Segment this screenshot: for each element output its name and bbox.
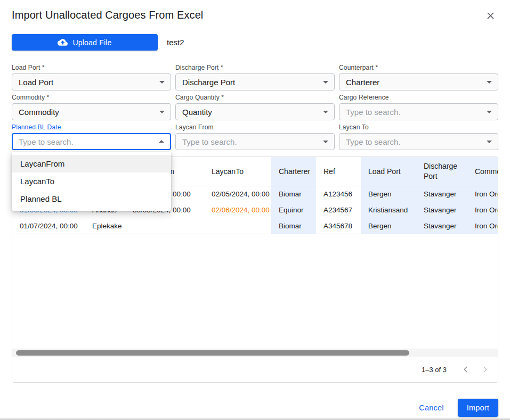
scrollbar-thumb[interactable] bbox=[16, 350, 409, 356]
table-cell: A123456 bbox=[316, 186, 361, 202]
menu-item-laycanto[interactable]: LaycanTo bbox=[12, 172, 171, 190]
uploaded-file-name: test2 bbox=[167, 38, 184, 47]
upload-file-label: Upload File bbox=[72, 38, 111, 47]
dialog-actions: Cancel Import bbox=[12, 399, 498, 417]
cargo-quantity-select[interactable]: Quantity bbox=[175, 103, 335, 120]
column-header-charterer[interactable]: Charterer bbox=[271, 157, 316, 186]
cargo-reference-input[interactable] bbox=[346, 108, 482, 117]
pagination-range-label: 1–3 of 3 bbox=[422, 366, 447, 374]
table-cell bbox=[125, 218, 204, 234]
counterpart-select[interactable]: Charterer bbox=[339, 73, 498, 90]
selected-value: Commodity bbox=[19, 108, 59, 117]
table-cell: Stavanger bbox=[416, 202, 467, 218]
table-cell: A234567 bbox=[316, 202, 361, 218]
table-row: 01/07/2024, 00:00 Eplekake Biomar A34567… bbox=[12, 218, 498, 234]
field-label: Load Port * bbox=[12, 64, 171, 71]
close-icon bbox=[485, 15, 496, 23]
chevron-up-icon bbox=[159, 140, 164, 143]
field-laycan-from: Laycan From bbox=[175, 123, 335, 150]
table-cell: Biomar bbox=[271, 186, 316, 202]
laycan-from-input[interactable] bbox=[182, 137, 318, 146]
dialog-header: Import Unallocated Cargoes From Excel bbox=[0, 0, 510, 24]
table-cell: 02/05/2024, 00:00 bbox=[204, 186, 271, 202]
column-header-ref[interactable]: Ref bbox=[316, 157, 361, 186]
selected-value: Load Port bbox=[19, 78, 53, 87]
chevron-down-icon bbox=[487, 111, 492, 113]
laycan-to-combobox[interactable] bbox=[339, 133, 498, 150]
field-planned-bl-date: Planned BL Date LaycanFrom LaycanTo Plan… bbox=[12, 123, 171, 150]
selected-value: Quantity bbox=[182, 108, 212, 117]
planned-bl-date-combobox[interactable] bbox=[12, 133, 171, 150]
upload-file-button[interactable]: Upload File bbox=[12, 34, 158, 51]
table-cell: Biomar bbox=[271, 218, 316, 234]
chevron-down-icon bbox=[487, 141, 492, 143]
previous-page-button[interactable] bbox=[456, 360, 475, 379]
field-cargo-reference: Cargo Reference bbox=[339, 94, 498, 120]
table-cell: Bergen bbox=[361, 218, 416, 234]
field-label: Commodity * bbox=[12, 94, 171, 101]
commodity-select[interactable]: Commodity bbox=[12, 103, 171, 120]
table-cell: Iron Ore bbox=[467, 202, 498, 218]
chevron-right-icon bbox=[479, 364, 491, 375]
table-cell: Iron Ore bbox=[467, 218, 498, 234]
horizontal-scrollbar[interactable] bbox=[12, 349, 498, 357]
field-load-port: Load Port * Load Port bbox=[12, 64, 171, 90]
discharge-port-select[interactable]: Discharge Port bbox=[175, 73, 335, 90]
selected-value: Discharge Port bbox=[182, 78, 235, 87]
field-counterpart: Counterpart * Charterer bbox=[339, 64, 498, 90]
field-label: Counterpart * bbox=[339, 64, 498, 71]
close-button[interactable] bbox=[484, 9, 497, 24]
column-header-load-port[interactable]: Load Port bbox=[361, 157, 416, 186]
import-button[interactable]: Import bbox=[458, 399, 498, 417]
field-cargo-quantity: Cargo Quantity * Quantity bbox=[175, 94, 335, 120]
import-cargoes-dialog: Import Unallocated Cargoes From Excel Up… bbox=[0, 0, 510, 420]
chevron-down-icon bbox=[159, 111, 165, 113]
field-label: Cargo Quantity * bbox=[175, 94, 335, 101]
grid-pagination: 1–3 of 3 bbox=[12, 357, 498, 382]
page-title: Import Unallocated Cargoes From Excel bbox=[12, 9, 203, 21]
table-cell: Equinor bbox=[271, 202, 316, 218]
chevron-down-icon bbox=[323, 111, 328, 113]
column-header-commodity[interactable]: Commodity bbox=[467, 157, 498, 186]
load-port-select[interactable]: Load Port bbox=[12, 73, 171, 90]
table-cell: Kristiansand bbox=[361, 202, 416, 218]
table-cell: Stavanger bbox=[416, 186, 467, 202]
table-cell: Bergen bbox=[361, 186, 416, 202]
field-commodity: Commodity * Commodity bbox=[12, 94, 171, 120]
table-cell: A345678 bbox=[316, 218, 361, 234]
chevron-down-icon bbox=[323, 141, 328, 143]
chevron-down-icon bbox=[323, 81, 328, 84]
selected-value: Charterer bbox=[346, 78, 379, 87]
field-label: Laycan To bbox=[339, 123, 498, 131]
laycan-to-input[interactable] bbox=[346, 137, 482, 146]
table-cell bbox=[204, 218, 271, 234]
field-laycan-to: Laycan To bbox=[339, 123, 498, 150]
upload-row: Upload File test2 bbox=[12, 34, 498, 51]
column-options-menu: LaycanFrom LaycanTo Planned BL bbox=[12, 152, 171, 211]
field-label: Cargo Reference bbox=[339, 94, 498, 101]
chevron-down-icon bbox=[159, 81, 165, 84]
menu-item-planned-bl[interactable]: Planned BL bbox=[12, 190, 171, 208]
table-cell: 01/07/2024, 00:00 bbox=[12, 218, 85, 234]
mapping-form: Load Port * Load Port Discharge Port * D… bbox=[12, 64, 498, 150]
cargo-reference-combobox[interactable] bbox=[339, 103, 498, 120]
table-cell: 02/06/2024, 00:00 bbox=[204, 202, 271, 218]
field-label: Discharge Port * bbox=[175, 64, 335, 71]
next-page-button[interactable] bbox=[475, 360, 495, 379]
chevron-down-icon bbox=[487, 81, 492, 84]
chevron-left-icon bbox=[460, 364, 472, 375]
column-header-discharge-port[interactable]: Discharge Port bbox=[416, 157, 467, 186]
table-cell: Stavanger bbox=[416, 218, 467, 234]
field-label: Laycan From bbox=[175, 123, 335, 131]
planned-bl-date-input[interactable] bbox=[19, 137, 154, 146]
table-cell: Iron Ore bbox=[467, 186, 498, 202]
column-header-laycanto[interactable]: LaycanTo bbox=[204, 157, 271, 186]
dialog-bottom-shadow bbox=[0, 417, 510, 420]
table-cell: Eplekake bbox=[85, 218, 125, 234]
field-discharge-port: Discharge Port * Discharge Port bbox=[175, 64, 335, 90]
cancel-button[interactable]: Cancel bbox=[417, 400, 446, 415]
menu-item-laycanfrom[interactable]: LaycanFrom bbox=[12, 155, 171, 172]
cloud-upload-icon bbox=[58, 37, 68, 47]
field-label: Planned BL Date bbox=[12, 123, 171, 131]
laycan-from-combobox[interactable] bbox=[175, 133, 335, 150]
